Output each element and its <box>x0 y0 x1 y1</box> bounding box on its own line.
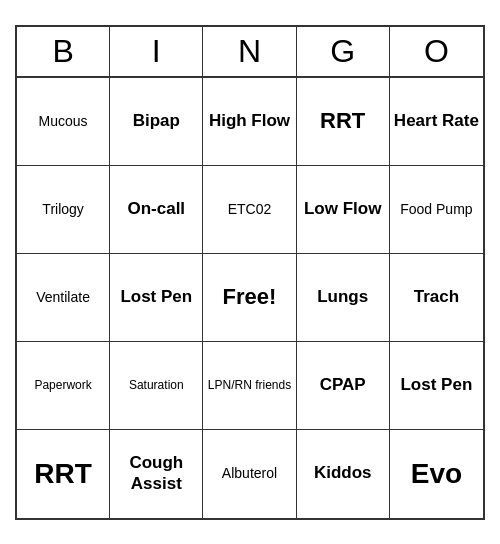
header-letter: B <box>17 27 110 76</box>
cell-text: Saturation <box>129 378 184 392</box>
cell-text: ETC02 <box>228 201 272 218</box>
bingo-cell[interactable]: RRT <box>17 430 110 518</box>
bingo-cell[interactable]: Lost Pen <box>390 342 483 430</box>
bingo-cell[interactable]: Paperwork <box>17 342 110 430</box>
bingo-cell[interactable]: Saturation <box>110 342 203 430</box>
cell-text: On-call <box>127 199 185 219</box>
cell-text: Bipap <box>133 111 180 131</box>
bingo-cell[interactable]: Cough Assist <box>110 430 203 518</box>
cell-text: RRT <box>320 108 365 134</box>
cell-text: Ventilate <box>36 289 90 306</box>
cell-text: Food Pump <box>400 201 472 218</box>
bingo-cell[interactable]: Free! <box>203 254 296 342</box>
cell-text: Paperwork <box>34 378 91 392</box>
bingo-cell[interactable]: Heart Rate <box>390 78 483 166</box>
bingo-cell[interactable]: ETC02 <box>203 166 296 254</box>
bingo-cell[interactable]: Ventilate <box>17 254 110 342</box>
cell-text: Albuterol <box>222 465 277 482</box>
bingo-cell[interactable]: High Flow <box>203 78 296 166</box>
cell-text: High Flow <box>209 111 290 131</box>
bingo-cell[interactable]: Low Flow <box>297 166 390 254</box>
cell-text: LPN/RN friends <box>208 378 291 392</box>
bingo-cell[interactable]: LPN/RN friends <box>203 342 296 430</box>
cell-text: Trilogy <box>42 201 84 218</box>
cell-text: Lost Pen <box>400 375 472 395</box>
bingo-cell[interactable]: Food Pump <box>390 166 483 254</box>
cell-text: Trach <box>414 287 459 307</box>
bingo-grid: MucousBipapHigh FlowRRTHeart RateTrilogy… <box>17 78 483 518</box>
cell-text: Low Flow <box>304 199 381 219</box>
bingo-cell[interactable]: Trilogy <box>17 166 110 254</box>
bingo-cell[interactable]: Kiddos <box>297 430 390 518</box>
bingo-cell[interactable]: Lost Pen <box>110 254 203 342</box>
bingo-cell[interactable]: On-call <box>110 166 203 254</box>
cell-text: CPAP <box>320 375 366 395</box>
bingo-header: BINGO <box>17 27 483 78</box>
header-letter: G <box>297 27 390 76</box>
header-letter: O <box>390 27 483 76</box>
bingo-cell[interactable]: Albuterol <box>203 430 296 518</box>
bingo-cell[interactable]: Trach <box>390 254 483 342</box>
cell-text: Kiddos <box>314 463 372 483</box>
header-letter: N <box>203 27 296 76</box>
bingo-card: BINGO MucousBipapHigh FlowRRTHeart RateT… <box>15 25 485 520</box>
cell-text: Heart Rate <box>394 111 479 131</box>
bingo-cell[interactable]: Lungs <box>297 254 390 342</box>
cell-text: Lost Pen <box>120 287 192 307</box>
cell-text: Evo <box>411 457 462 491</box>
cell-text: Mucous <box>39 113 88 130</box>
bingo-cell[interactable]: Bipap <box>110 78 203 166</box>
bingo-cell[interactable]: Mucous <box>17 78 110 166</box>
cell-text: Free! <box>223 284 277 310</box>
bingo-cell[interactable]: RRT <box>297 78 390 166</box>
cell-text: RRT <box>34 457 92 491</box>
cell-text: Lungs <box>317 287 368 307</box>
cell-text: Cough Assist <box>114 453 198 494</box>
bingo-cell[interactable]: CPAP <box>297 342 390 430</box>
bingo-cell[interactable]: Evo <box>390 430 483 518</box>
header-letter: I <box>110 27 203 76</box>
